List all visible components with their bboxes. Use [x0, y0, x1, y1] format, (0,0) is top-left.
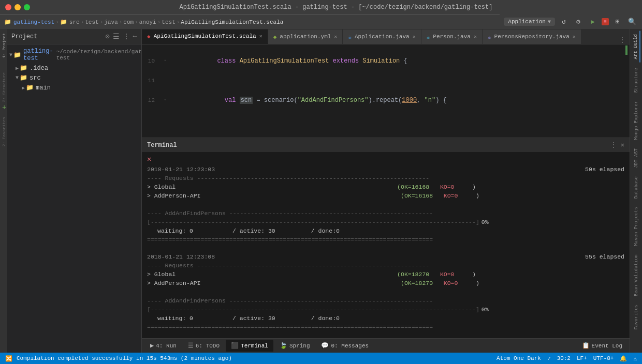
sidebar-item-mongo[interactable]: Mongo Explorer [633, 98, 640, 143]
breadcrumb-item[interactable]: com [123, 19, 134, 25]
terminal-title: Terminal [147, 142, 177, 149]
tab-close-icon[interactable]: ✕ [573, 34, 576, 40]
settings-button[interactable]: ⚙ [573, 16, 584, 27]
var-scn: scn [240, 97, 253, 104]
tree-item-idea[interactable]: ▶ 📁 .idea [7, 63, 141, 73]
terminal-options-icon[interactable]: ⋮ [610, 141, 617, 149]
tab-run[interactable]: ▶ 4: Run [145, 340, 182, 352]
run-button[interactable]: ▶ [587, 16, 599, 27]
sidebar-item-bean[interactable]: Bean Validation [633, 251, 640, 299]
tab-close-icon[interactable]: ✕ [474, 34, 477, 40]
sidebar-item-art-build[interactable]: Art Build [632, 31, 640, 63]
breadcrumb-item[interactable]: test [162, 19, 175, 25]
term-percent-1: 0% [481, 218, 489, 226]
encoding[interactable]: UTF-8+ [593, 355, 614, 361]
terminal-tab-icon: ⬛ [231, 342, 239, 350]
more-tabs-icon: ⋮ [619, 36, 625, 44]
line-ending[interactable]: LF+ [577, 355, 587, 361]
tabs-more[interactable]: ⋮ [615, 36, 630, 44]
close-button[interactable] [5, 4, 11, 10]
tab-close-icon[interactable]: ✕ [334, 34, 337, 40]
keyword-class: class [217, 57, 239, 65]
sidebar-item-maven[interactable]: Maven Projects [633, 204, 640, 249]
breadcrumb-item[interactable]: anoyi [139, 19, 156, 25]
tree-path: ~/code/tezign/backend/gatling-test [56, 49, 141, 61]
cursor-position[interactable]: 30:2 [557, 355, 571, 361]
minimize-button[interactable] [14, 4, 21, 10]
terminal-header: Terminal ⋮ ✕ [142, 138, 630, 152]
tree-item-main[interactable]: ▶ 📁 main [7, 83, 141, 93]
term-global-1: > Global (OK=16168 KO=0 ) [147, 183, 624, 191]
tree-label: main [36, 84, 51, 92]
tab-close-icon[interactable]: ✕ [413, 34, 416, 40]
term-progress-2: [---------------------------------------… [147, 305, 624, 314]
search-button[interactable]: 🔍 [626, 16, 638, 27]
tab-person[interactable]: ☕ Person.java ✕ [421, 29, 483, 44]
tab-todo[interactable]: ☰ 6: TODO [183, 340, 225, 352]
term-waiting-1: waiting: 0 / active: 30 / done:0 [147, 226, 340, 235]
folder-icon: 📁 [26, 84, 34, 92]
line-content: val scn = scenario("AddAndFindPersons").… [170, 86, 623, 114]
breadcrumb-item[interactable]: ApiGatlingSimulationTest.scala [181, 19, 283, 25]
term-double-sep: ========================================… [147, 235, 433, 244]
tab-spring[interactable]: 🍃 Spring [274, 340, 315, 352]
activity-structure[interactable]: 2: Structure [1, 70, 7, 104]
breadcrumb-item[interactable]: java [104, 19, 118, 25]
activity-bar: 1: Project 2: Structure 2: Favorites [0, 29, 7, 353]
breadcrumb-item[interactable]: 📁 gatling-test [4, 19, 54, 25]
project-tree: ▼ 📁 gatling-test ~/code/tezign/backend/g… [7, 44, 141, 95]
string-lit: "AddAndFindPersons" [298, 97, 369, 104]
chevron-icon: ▼ [16, 75, 19, 81]
tree-item-root[interactable]: ▼ 📁 gatling-test ~/code/tezign/backend/g… [7, 47, 141, 63]
code-line-12: 12 ◦ val scn = scenario("AddAndFindPerso… [142, 86, 623, 115]
tree-label: .idea [30, 65, 48, 72]
scope-icon[interactable]: ⊙ [105, 32, 109, 41]
term-ko-3: KO=0 [436, 270, 472, 279]
term-percent-2: 0% [481, 305, 489, 314]
theme-label[interactable]: Atom One Dark [497, 355, 541, 361]
tab-yml[interactable]: ◆ application.yml ✕ [268, 29, 343, 44]
line-gutter: ◦ [160, 96, 170, 105]
options-icon[interactable]: ⋮ [123, 32, 130, 41]
tab-repo[interactable]: ☕ PersonsRepository.java ✕ [483, 29, 581, 44]
term-req-name2: > AddPerson-API [147, 191, 401, 200]
line-number: 11 [142, 76, 160, 85]
refresh-button[interactable]: ↺ [558, 16, 570, 27]
expand-icon[interactable]: ← [133, 32, 137, 41]
spring-tab-label: Spring [289, 343, 310, 349]
vcs-icon: 🔀 [5, 355, 12, 362]
app-selector[interactable]: Application ▼ [504, 18, 555, 26]
breadcrumb-item[interactable]: 📁 src [60, 19, 80, 25]
sidebar-header: Project ⊙ ☰ ⋮ ← [7, 29, 141, 44]
activity-favorites[interactable]: 2: Favorites [1, 115, 7, 149]
tab-close-icon[interactable]: ✕ [259, 33, 262, 39]
breadcrumb-item[interactable]: test [85, 19, 98, 25]
sidebar-item-structure[interactable]: Structure [633, 65, 640, 96]
yml-file-icon: ◆ [273, 34, 277, 40]
term-paren: ) [472, 183, 476, 191]
editor-scrollbar[interactable] [623, 44, 630, 138]
grid-button[interactable]: ⊞ [612, 16, 623, 27]
tab-java-app[interactable]: ☕ Application.java ✕ [343, 29, 421, 44]
term-ok-3: (OK=18270 [397, 270, 436, 279]
string-n: "n" [425, 97, 436, 104]
folder-icon: 📁 [20, 74, 27, 82]
event-log-label[interactable]: Event Log [592, 343, 622, 349]
tab-scala[interactable]: ◆ ApiGatlingSimulationTest.scala ✕ [142, 29, 268, 44]
number-1000: 1000 [402, 97, 417, 104]
window-title: ApiGatlingSimulationTest.scala - gatling… [35, 4, 637, 11]
activity-project[interactable]: 1: Project [1, 31, 7, 60]
stop-button[interactable]: ■ [602, 18, 609, 25]
tab-messages[interactable]: 💬 0: Messages [316, 340, 374, 352]
sidebar-item-database[interactable]: Database [633, 173, 640, 202]
main-area: 1: Project 2: Structure 2: Favorites Pro… [0, 29, 642, 353]
settings-icon[interactable]: ☰ [113, 32, 120, 41]
tree-item-src[interactable]: ▼ 📁 src [7, 73, 141, 83]
traffic-lights[interactable] [5, 4, 30, 10]
sidebar-item-jdt[interactable]: JDT AST [633, 145, 640, 171]
maximize-button[interactable] [24, 4, 30, 10]
terminal-close-icon[interactable]: ✕ [621, 141, 624, 149]
term-blank-1 [147, 200, 624, 209]
tab-terminal[interactable]: ⬛ Terminal [226, 340, 273, 352]
sidebar-item-favorites[interactable]: Favorites [633, 301, 640, 333]
